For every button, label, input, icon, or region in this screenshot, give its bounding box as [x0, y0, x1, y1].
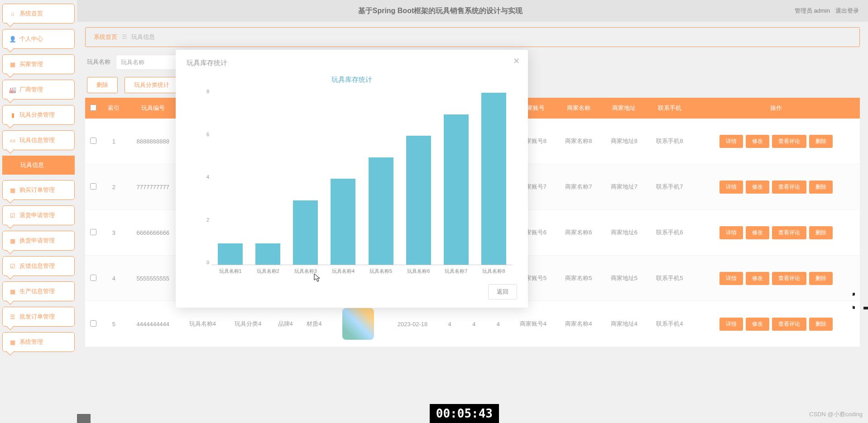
y-tick: 8: [206, 89, 209, 94]
bar: [293, 200, 318, 265]
watermark: CSDN @小蔡coding: [809, 410, 863, 418]
bar: [218, 243, 243, 265]
bar-wrap: 玩具名称6: [400, 136, 437, 265]
bar-label: 玩具名称8: [482, 268, 505, 275]
bar-label: 玩具名称4: [332, 268, 355, 275]
y-tick: 2: [206, 217, 209, 223]
bar-wrap: 玩具名称3: [287, 200, 324, 265]
bar-wrap: 玩具名称5: [362, 157, 400, 265]
bar-label: 玩具名称7: [445, 268, 467, 275]
modal-title: 玩具库存统计: [187, 59, 517, 67]
bar-wrap: 玩具名称2: [249, 243, 287, 265]
y-tick: 0: [206, 260, 209, 265]
bar-label: 玩具名称3: [294, 268, 317, 275]
y-tick: 4: [206, 174, 209, 180]
bar-label: 玩具名称1: [219, 268, 242, 275]
y-axis: 86420: [198, 89, 209, 265]
y-tick: 6: [206, 132, 209, 137]
close-icon[interactable]: ✕: [513, 56, 520, 66]
bar: [255, 243, 280, 265]
bar-wrap: 玩具名称8: [475, 93, 513, 265]
bar-wrap: 玩具名称1: [211, 243, 249, 265]
side-widget-icon: [853, 290, 868, 312]
svg-rect-0: [863, 307, 868, 309]
bars-container: 玩具名称1玩具名称2玩具名称3玩具名称4玩具名称5玩具名称6玩具名称7玩具名称8: [211, 89, 513, 265]
bar-wrap: 玩具名称7: [437, 114, 475, 265]
bar: [406, 136, 431, 265]
bar: [331, 179, 355, 265]
video-timer: 00:05:43: [430, 404, 499, 423]
bar-label: 玩具名称6: [407, 268, 430, 275]
bar-wrap: 玩具名称4: [324, 179, 362, 265]
bar-label: 玩具名称2: [257, 268, 279, 275]
bar: [481, 93, 506, 265]
return-button[interactable]: 返回: [488, 284, 517, 299]
stock-stat-modal: 玩具库存统计 ✕ 玩具库存统计 86420 玩具名称1玩具名称2玩具名称3玩具名…: [176, 50, 528, 308]
bar: [444, 114, 469, 265]
chart-title: 玩具库存统计: [187, 76, 517, 84]
chart-area: 86420 玩具名称1玩具名称2玩具名称3玩具名称4玩具名称5玩具名称6玩具名称…: [187, 89, 517, 279]
bar: [369, 157, 393, 265]
bar-label: 玩具名称5: [369, 268, 392, 275]
